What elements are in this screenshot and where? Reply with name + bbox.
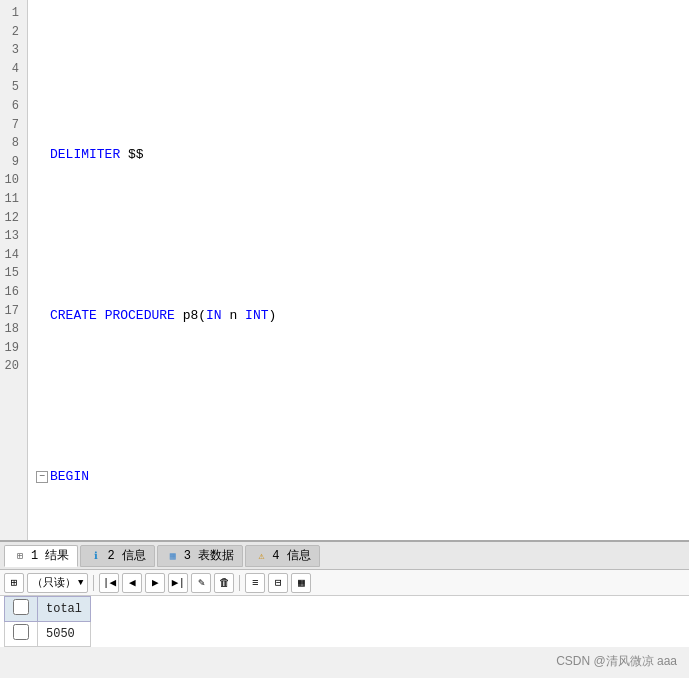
tab-info1-label: 2 信息 [107, 547, 145, 564]
toolbar-sep-2 [239, 575, 240, 591]
tabs-bar: ⊞ 1 结果 ℹ 2 信息 ▦ 3 表数据 ⚠ 4 信息 [0, 542, 689, 570]
line-num-13: 13 [4, 227, 23, 246]
code-line-4: CREATE PROCEDURE p8(IN n INT) [36, 306, 681, 326]
table-row: 5050 [5, 622, 91, 647]
toolbar-btn-delete[interactable]: 🗑 [214, 573, 234, 593]
tab-results-label: 1 结果 [31, 547, 69, 564]
line-num-19: 19 [4, 339, 23, 358]
line-num-12: 12 [4, 209, 23, 228]
watermark: CSDN @清风微凉 aaa [556, 653, 677, 670]
line-num-9: 9 [4, 153, 23, 172]
line-num-2: 2 [4, 23, 23, 42]
toolbar-btn-7[interactable]: ⊟ [268, 573, 288, 593]
toolbar-btn-6[interactable]: ≡ [245, 573, 265, 593]
code-line-3 [36, 225, 681, 245]
warning-icon: ⚠ [254, 549, 268, 563]
results-area: total 5050 [0, 596, 689, 647]
tab-info2[interactable]: ⚠ 4 信息 [245, 545, 319, 567]
toolbar-sep-1 [93, 575, 94, 591]
table-icon: ▦ [166, 549, 180, 563]
code-line-5 [36, 386, 681, 406]
line-num-18: 18 [4, 320, 23, 339]
tab-tabledata[interactable]: ▦ 3 表数据 [157, 545, 243, 567]
line-num-10: 10 [4, 171, 23, 190]
line-num-14: 14 [4, 246, 23, 265]
line-num-3: 3 [4, 41, 23, 60]
row-check-cell[interactable] [5, 622, 38, 647]
dropdown-arrow-icon: ▼ [78, 578, 83, 588]
code-line-1 [36, 64, 681, 84]
results-toolbar: ⊞ （只读） ▼ |◀ ◀ ▶ ▶| ✎ 🗑 ≡ ⊟ ▦ [0, 570, 689, 596]
col-header-total: total [38, 597, 91, 622]
toolbar-btn-4[interactable]: ▶| [168, 573, 188, 593]
editor-area[interactable]: 1 2 3 4 5 6 7 8 9 10 11 12 13 14 15 16 1… [0, 0, 689, 540]
toolbar-btn-2[interactable]: ◀ [122, 573, 142, 593]
cell-total: 5050 [38, 622, 91, 647]
toolbar-readonly-label: （只读） [32, 575, 76, 590]
line-num-11: 11 [4, 190, 23, 209]
line-num-5: 5 [4, 78, 23, 97]
line-num-20: 20 [4, 357, 23, 376]
line-num-7: 7 [4, 116, 23, 135]
grid-icon: ⊞ [13, 549, 27, 563]
fold-icon-6[interactable]: − [36, 471, 48, 483]
line-num-15: 15 [4, 264, 23, 283]
info-icon-1: ℹ [89, 549, 103, 563]
line-num-4: 4 [4, 60, 23, 79]
line-num-1: 1 [4, 4, 23, 23]
code-line-6: − BEGIN [36, 467, 681, 487]
code-content[interactable]: DELIMITER $$ CREATE PROCEDURE p8(IN n IN… [28, 0, 689, 540]
col-header-check [5, 597, 38, 622]
tab-tabledata-label: 3 表数据 [184, 547, 234, 564]
line-num-17: 17 [4, 302, 23, 321]
toolbar-btn-1[interactable]: |◀ [99, 573, 119, 593]
line-numbers: 1 2 3 4 5 6 7 8 9 10 11 12 13 14 15 16 1… [0, 0, 28, 540]
toolbar-btn-8[interactable]: ▦ [291, 573, 311, 593]
toolbar-readonly-dropdown[interactable]: （只读） ▼ [27, 573, 88, 593]
toolbar-btn-3[interactable]: ▶ [145, 573, 165, 593]
row-checkbox-1[interactable] [13, 624, 29, 640]
toolbar-grid-btn[interactable]: ⊞ [4, 573, 24, 593]
line-num-6: 6 [4, 97, 23, 116]
bottom-panel: ⊞ 1 结果 ℹ 2 信息 ▦ 3 表数据 ⚠ 4 信息 ⊞ （只读） ▼ |◀… [0, 540, 689, 678]
line-num-8: 8 [4, 134, 23, 153]
select-all-checkbox[interactable] [13, 599, 29, 615]
tab-info2-label: 4 信息 [272, 547, 310, 564]
toolbar-btn-5[interactable]: ✎ [191, 573, 211, 593]
line-num-16: 16 [4, 283, 23, 302]
results-table: total 5050 [4, 596, 91, 647]
code-line-2: DELIMITER $$ [36, 145, 681, 165]
tab-info1[interactable]: ℹ 2 信息 [80, 545, 154, 567]
tab-results[interactable]: ⊞ 1 结果 [4, 545, 78, 567]
